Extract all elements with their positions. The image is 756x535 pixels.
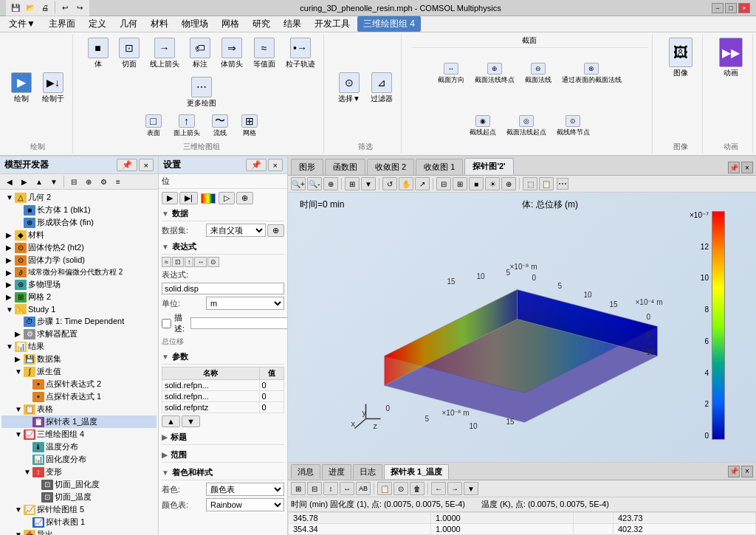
table-down2-button[interactable]: ▼ [464, 482, 478, 495]
tab-convergence1[interactable]: 收敛图 1 [416, 159, 463, 175]
table-next-button[interactable]: → [447, 482, 462, 495]
render-button[interactable]: ■ [469, 177, 484, 190]
tree-item-ode[interactable]: ▶ ∂ 域常微分和偏微分代数方程 2 [1, 266, 157, 278]
tree-item-probe-plot5[interactable]: ▼ 📈 探针绘图组 5 [1, 503, 157, 516]
expr-tb-btn5[interactable]: ⊙ [207, 257, 219, 267]
tab-probe-plot[interactable]: 探针图'2' [464, 158, 513, 175]
tree-back-button[interactable]: ◀ [3, 176, 16, 187]
light-button[interactable]: ☀ [485, 177, 500, 190]
select-mode-button[interactable]: ↗ [415, 177, 430, 190]
streamline-button[interactable]: 〜流线 [207, 112, 233, 140]
view-extra-button[interactable]: ⋯ [557, 178, 568, 190]
param-down-button[interactable]: ▼ [182, 415, 200, 427]
dataset-button[interactable]: ⊕ [267, 224, 284, 237]
tree-pin-button[interactable]: 📌 [117, 159, 137, 171]
open-button[interactable]: 📂 [24, 1, 37, 13]
tree-item-probe-expr1[interactable]: • 点探针表达式 1 [1, 390, 157, 403]
animation-button[interactable]: ▶▶ 动画 [715, 35, 746, 80]
zoom-in-button[interactable]: 🔍+ [291, 177, 306, 190]
tree-item-3dplot4[interactable]: ▼ 📈 三维绘图组 4 [1, 428, 157, 441]
tree-item-geometry2[interactable]: ▼ △ 几何 2 [1, 191, 157, 204]
filter-button[interactable]: ⊿过滤器 [367, 70, 396, 106]
section-line-button[interactable]: ⊖截面法线 [521, 61, 555, 87]
tree-item-step1[interactable]: ⏱ 步骤 1: Time Dependent [1, 315, 157, 328]
tree-item-solid[interactable]: ▶ ⊙ 固体力学 (solid) [1, 254, 157, 266]
title-section-header[interactable]: ▶ 标题 [162, 430, 284, 445]
expr-tb-btn2[interactable]: ⊡ [172, 257, 184, 267]
section-end2-button[interactable]: ⊙截线终节点 [553, 113, 594, 139]
tree-item-probe-fig[interactable]: 📈 探针表图 1 [1, 516, 157, 528]
table-btn3[interactable]: ↕ [323, 482, 338, 495]
grid-button[interactable]: ⊞ [453, 177, 467, 190]
bottom-pin-button[interactable]: 📌 [728, 466, 740, 477]
desc-checkbox[interactable] [162, 319, 171, 328]
settings-close-button[interactable]: × [268, 159, 283, 171]
tree-up-button[interactable]: ▲ [32, 176, 46, 187]
zoom-out-button[interactable]: 🔍- [307, 177, 322, 190]
tab-function-plot[interactable]: 函数图 [325, 159, 365, 175]
table-del-button[interactable]: 🗑 [410, 482, 425, 495]
color-mode-select[interactable]: 颜色表 [206, 483, 284, 496]
table-btn1[interactable]: ⊞ [291, 482, 306, 495]
menu-study[interactable]: 研究 [247, 16, 276, 32]
color-section-header[interactable]: ▼ 着色和样式 [162, 466, 284, 480]
vol-arrow-button[interactable]: ⇒体箭头 [217, 35, 247, 72]
tree-item-mesh2[interactable]: ▶ ⊞ 网格 2 [1, 291, 157, 303]
pan-button[interactable]: ✋ [399, 177, 413, 190]
menu-file[interactable]: 文件▼ [3, 16, 41, 32]
section-start-button[interactable]: ◉截线起点 [466, 113, 500, 139]
redo-button[interactable]: ↪ [73, 1, 86, 13]
menu-materials[interactable]: 材料 [145, 16, 174, 32]
snap-button[interactable]: ⊟ [436, 177, 451, 190]
dataset-select[interactable]: 来自父项 [206, 224, 266, 237]
draw-btn4[interactable]: ⊕ [236, 192, 253, 204]
save-button[interactable]: 💾 [9, 1, 22, 13]
axis-button[interactable]: ⊕ [501, 177, 516, 190]
section-dir-button[interactable]: ↔截面方向 [434, 61, 468, 87]
tree-item-ht2[interactable]: ▶ ⊙ 固体传热2 (ht2) [1, 241, 157, 254]
tree-item-slice-cure[interactable]: ⊡ 切面_固化度 [1, 478, 157, 491]
draw-btn3[interactable]: ▷ [219, 192, 235, 204]
menu-mesh[interactable]: 网格 [216, 16, 245, 32]
tree-item-tables[interactable]: ▼ 📋 表格 [1, 403, 157, 415]
settings-pin-button[interactable]: 📌 [246, 159, 267, 171]
tree-settings-button[interactable]: ⚙ [97, 176, 110, 187]
rotate-button[interactable]: ↺ [382, 177, 397, 190]
tree-item-export[interactable]: ▼ 📤 导出 [1, 528, 157, 535]
persp-button[interactable]: ⬚ [523, 177, 537, 190]
params-section-header[interactable]: ▼ 参数 [162, 350, 284, 365]
table-btn5[interactable]: AB [356, 482, 371, 495]
expression-section-header[interactable]: ▼ 表达式 [162, 240, 284, 255]
tree-item-cure-dist[interactable]: 📊 固化度分布 [1, 453, 157, 466]
tree-item-multiphysics[interactable]: ▶ ⊛ 多物理场 [1, 278, 157, 291]
print-button[interactable]: 🖨 [38, 1, 52, 13]
section-thru-button[interactable]: ⊗通过表面的截面法线 [558, 61, 625, 87]
undo-button[interactable]: ↩ [58, 1, 72, 13]
tree-item-solver-config[interactable]: ▶ ⚙ 求解器配置 [1, 328, 157, 340]
line-arrow-button[interactable]: →线上箭头 [146, 35, 183, 72]
fit-button[interactable]: ⊞ [345, 177, 360, 190]
draw-button[interactable]: ▶ 绘制 [7, 70, 35, 106]
face-arrow-button[interactable]: ↑面上箭头 [170, 112, 204, 140]
menu-devtools[interactable]: 开发工具 [309, 16, 356, 32]
view-pin-button[interactable]: 📌 [728, 162, 740, 173]
isosurface-button[interactable]: ≈等值面 [250, 35, 279, 72]
tree-item-union[interactable]: ⊕ 形成联合体 (fin) [1, 216, 157, 229]
maximize-button[interactable]: □ [725, 3, 737, 13]
menu-define[interactable]: 定义 [83, 16, 112, 32]
volume-button[interactable]: ■体 [84, 35, 112, 72]
tree-item-materials[interactable]: ▶ ◆ 材料 [1, 229, 157, 241]
bottom-tab-messages[interactable]: 消息 [291, 464, 320, 479]
unit-select[interactable]: m [206, 297, 284, 310]
particle-button[interactable]: •→粒子轨迹 [282, 35, 319, 72]
menu-3d-plot[interactable]: 三维绘图组 4 [357, 16, 421, 32]
tree-close-button[interactable]: × [139, 159, 154, 171]
copy-button[interactable]: 📋 [539, 177, 554, 190]
tree-item-probe-expr2[interactable]: • 点探针表达式 2 [1, 378, 157, 390]
expr-tb-btn1[interactable]: ≈ [162, 257, 171, 267]
expr-tb-btn3[interactable]: ↑ [185, 257, 194, 267]
bottom-tab-progress[interactable]: 进度 [322, 464, 351, 479]
expression-input[interactable] [162, 283, 284, 294]
draw-on-button[interactable]: ▶↓ 绘制于 [38, 70, 68, 106]
tree-item-derived[interactable]: ▼ ∫ 派生值 [1, 365, 157, 378]
